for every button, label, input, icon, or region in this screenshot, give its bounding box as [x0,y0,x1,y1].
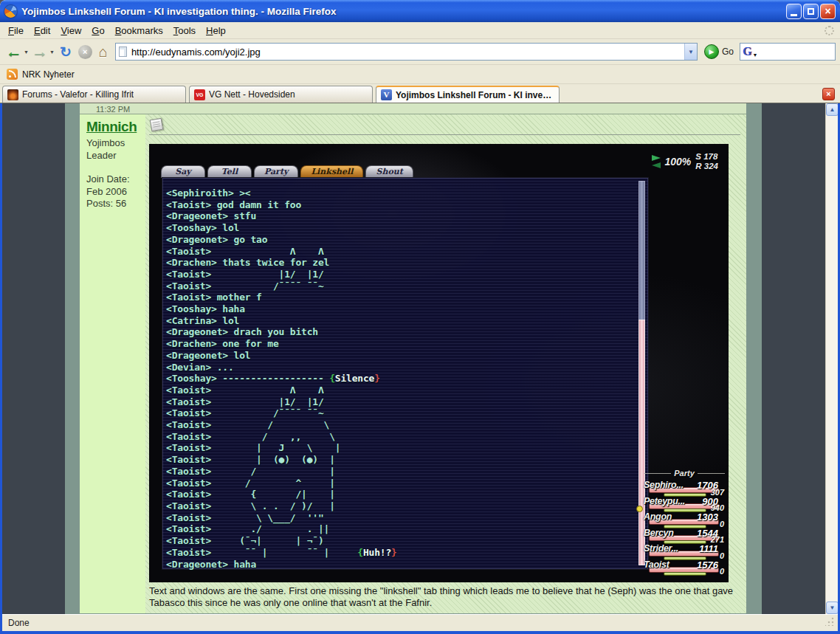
author-detail-line [86,162,145,173]
chat-line: <Drageonet> lol [166,350,397,362]
chat-line: <Drageonet> stfu [166,210,397,222]
chat-line: <Taoist> |1/ |1/ [166,396,397,408]
menu-item[interactable]: Bookmarks [110,24,168,38]
chat-line: <Sephiroith> >< [166,187,397,199]
menu-item[interactable]: File [3,24,29,38]
party-member-hp: 1576 [697,559,718,571]
menu-item[interactable]: Help [201,24,231,38]
rss-icon [7,69,18,80]
party-member-name: Sephiro... [644,480,684,490]
chat-tab: Shout [365,165,413,178]
chat-line: <Taoist> /¯¯¯¯ ¯¯~ [166,407,397,419]
chat-line: <Taoist> | (●) (●) | [166,454,397,466]
status-text: Done [8,618,30,628]
menu-item[interactable]: Edit [29,24,55,38]
author-detail-line: Leader [86,150,145,162]
menu-item[interactable]: Tools [168,24,201,38]
chat-line: <Taoist> \ . . / )/ | [166,500,397,512]
chat-line: <Taoist> Λ Λ [166,385,397,396]
scroll-up-button[interactable]: ▲ [826,103,839,116]
network-hud: 100% S 178 R 324 [652,152,719,170]
resize-grip[interactable] [825,617,834,626]
throbber-icon [824,26,834,35]
status-bar: Done [0,614,840,634]
browser-tab[interactable]: Forums - Valefor - Killing Ifrit [2,86,186,103]
party-member: Strider...11110 [644,543,725,559]
party-member-name: Peteypu... [644,496,685,506]
chat-line: <Tooshay> haha [166,303,397,315]
stop-button[interactable]: × [78,45,92,59]
address-input[interactable] [131,46,684,58]
chat-line: <Taoist> mother f [166,292,397,303]
google-search-box[interactable]: G ▼ [740,43,836,61]
page-scrollbar[interactable]: ▲ ▼ [825,103,838,614]
chat-line: <Taoist> ¯¯ | ¯¯ | {Huh!?} [166,547,397,559]
google-icon: G [743,46,751,58]
party-member-mp: 271 [711,535,724,544]
party-member-mp: 0 [720,567,724,576]
chat-tab-strip: SayTellPartyLinkshellShout [161,165,413,178]
chat-tab: Say [161,165,205,178]
maximize-button[interactable] [803,4,819,19]
close-tab-button[interactable]: × [822,88,835,100]
tab-favicon [7,89,18,100]
menu-item[interactable]: Go [86,24,109,38]
close-button[interactable]: × [820,4,836,19]
chat-line: <Drageonet> drach you bitch [166,326,397,338]
go-label[interactable]: Go [722,46,734,57]
chat-line: <Taoist> / \ [166,419,397,431]
back-dropdown-icon[interactable]: ▼ [24,49,29,55]
chat-line: <Taoist> /¯¯¯¯ ¯¯~ [166,280,397,292]
back-icon: ← [6,44,22,59]
forward-button[interactable]: →▼ [30,44,56,59]
receive-rate: R 324 [695,162,718,171]
minimize-button[interactable] [786,4,802,19]
scroll-down-button[interactable]: ▼ [826,602,839,614]
home-button[interactable]: ⌂ [99,44,108,61]
post-note-icon [150,118,164,132]
browser-tab[interactable]: VYojimbos Linkshell Forum - KI investi..… [376,86,560,103]
title-bar[interactable]: Yojimbos Linkshell Forum - KI investigat… [0,0,840,22]
party-member-name: Angon [644,511,672,522]
firefox-icon [4,5,17,18]
forum-post-row: Minnich YojimbosLeaderJoin Date:Feb 2006… [80,114,746,613]
chat-line: <Drageonet> haha [166,559,397,571]
browser-tab[interactable]: VGVG Nett - Hovedsiden [189,86,373,103]
party-member-mp: 940 [711,503,724,512]
reload-button[interactable]: ↻ [60,44,72,61]
author-detail-line: Feb 2006 [86,186,145,199]
back-button[interactable]: ←▼ [4,44,30,59]
browser-window: Yojimbos Linkshell Forum - KI investigat… [0,0,840,634]
forward-dropdown-icon[interactable]: ▼ [49,49,55,55]
tab-label: Forums - Valefor - Killing Ifrit [22,89,134,100]
chat-line: <Taoist> \ \___/ ''" [166,512,397,524]
google-search-input[interactable] [757,46,840,58]
party-member-hp: 1111 [699,543,718,554]
author-detail-line: Posts: 56 [86,198,145,210]
mp-bar [664,572,706,576]
chat-tab: Linkshell [300,165,363,178]
tab-bar: Forums - Valefor - Killing IfritVGVG Net… [0,84,840,103]
post-author-sidebar: Minnich YojimbosLeaderJoin Date:Feb 2006… [80,114,145,613]
chat-line: <Catrina> lol [166,315,397,327]
party-member-name: Bercyn [644,528,674,538]
chat-line: <Devian> ... [166,362,397,373]
go-button[interactable]: ▶ [704,44,719,59]
chat-line: <Taoist> / ,, \ [166,431,397,443]
address-dropdown-button[interactable]: ▼ [684,44,697,60]
menu-item[interactable]: View [55,24,86,38]
forum-post-table: 11:32 PM Minnich YojimbosLeaderJoin Date… [65,103,762,614]
tab-favicon: V [381,89,392,100]
address-bar[interactable]: ▼ [115,43,698,61]
post-timestamp: 11:32 PM [80,103,746,114]
tab-label: Yojimbos Linkshell Forum - KI investi... [396,90,554,100]
party-member-name: Strider... [644,543,678,554]
bookmarks-toolbar: NRK Nyheter [0,65,840,84]
author-link[interactable]: Minnich [86,119,137,135]
search-engine-dropdown-icon[interactable]: ▼ [752,52,757,58]
page-content: 11:32 PM Minnich YojimbosLeaderJoin Date… [0,103,840,614]
party-member: Peteypu...900940 [644,496,725,512]
bookmark-item[interactable]: NRK Nyheter [22,69,75,80]
party-list: Party Sephiro...1706307Peteypu...900940A… [644,469,725,575]
chat-line: <Taoist> | J \ | [166,442,397,454]
